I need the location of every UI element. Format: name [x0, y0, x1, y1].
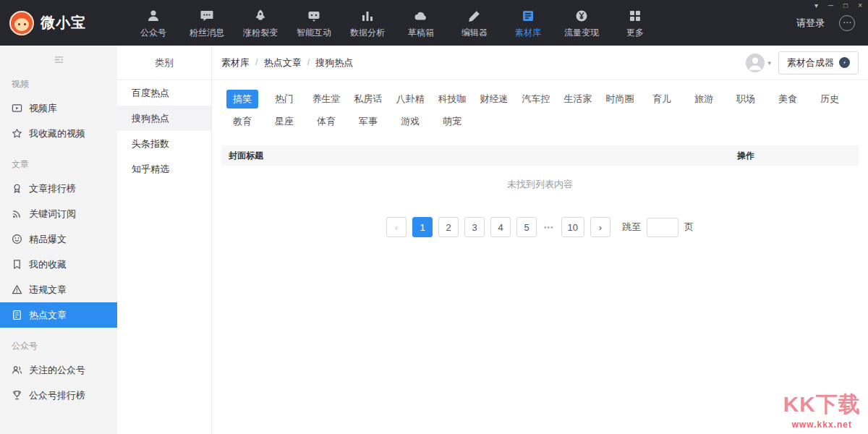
sidebar-item-followed-accounts[interactable]: 关注的公众号	[0, 357, 117, 383]
tag-label: 美食	[773, 90, 802, 109]
bookmark-icon	[12, 259, 22, 270]
tag-filter[interactable]: 科技咖	[431, 90, 473, 109]
tag-label: 八卦精	[391, 90, 430, 109]
main-content: 素材库 / 热点文章 / 搜狗热点 ▾ 素材合成器 搞笑 热门	[212, 46, 868, 434]
material-composer-button[interactable]: 素材合成器	[778, 51, 859, 75]
pen-icon	[467, 9, 482, 23]
tag-filter[interactable]: 教育	[221, 112, 263, 131]
nav-item-smart-interaction[interactable]: 智能互动	[297, 7, 331, 39]
user-avatar-menu[interactable]: ▾	[746, 54, 771, 72]
nav-item-drafts[interactable]: 草稿箱	[404, 7, 438, 39]
nav-item-data-analytics[interactable]: 数据分析	[350, 7, 385, 39]
tag-filter[interactable]: 萌宠	[431, 112, 473, 131]
tag-filter[interactable]: 八卦精	[389, 90, 431, 109]
chevron-down-icon: ▾	[767, 59, 771, 67]
pagination-page-10[interactable]: 10	[561, 217, 584, 237]
tag-filter[interactable]: 军事	[347, 112, 389, 131]
rss-icon	[12, 208, 22, 219]
tag-filter[interactable]: 生活家	[557, 90, 599, 109]
tag-label: 时尚圈	[601, 90, 639, 109]
window-pin-icon[interactable]: ▾	[814, 1, 818, 9]
tag-filter[interactable]: 育儿	[641, 90, 683, 109]
tag-label: 汽车控	[517, 90, 556, 109]
tag-filter[interactable]: 美食	[767, 90, 809, 109]
tag-label: 生活家	[559, 90, 597, 109]
pagination-jump-label: 跳至	[622, 221, 641, 234]
window-close-button[interactable]: ×	[858, 1, 862, 9]
tag-filter[interactable]: 职场	[725, 90, 767, 109]
pagination-unit-label: 页	[684, 221, 694, 234]
composer-label: 素材合成器	[787, 56, 834, 69]
breadcrumb-item[interactable]: 热点文章	[264, 56, 302, 69]
breadcrumb-item[interactable]: 搜狗热点	[315, 56, 353, 69]
tag-filter[interactable]: 财经迷	[473, 90, 515, 109]
category-item-toutiao-index[interactable]: 头条指数	[117, 131, 211, 156]
sidebar-item-top-articles[interactable]: 精品爆文	[0, 226, 117, 252]
primary-nav: 公众号 粉丝消息 涨粉裂变 智能互动 数据分析 草稿箱	[136, 7, 652, 39]
sidebar-item-video-library[interactable]: 视频库	[0, 95, 117, 121]
table-header-title: 封面标题	[229, 150, 263, 162]
tag-filter[interactable]: 私房话	[347, 90, 389, 109]
category-item-zhihu-picks[interactable]: 知乎精选	[117, 156, 211, 182]
breadcrumb-item[interactable]: 素材库	[221, 56, 250, 69]
tag-filter[interactable]: 星座	[263, 112, 305, 131]
pagination-page-2[interactable]: 2	[438, 217, 459, 237]
left-sidebar: 视频 视频库 我收藏的视频 文章 文章排行榜 关键词订阅 精品爆文 我的收藏	[0, 46, 117, 434]
grid-more-icon	[628, 9, 642, 23]
hot-document-icon	[12, 310, 22, 320]
sidebar-item-account-ranking[interactable]: 公众号排行榜	[0, 383, 117, 408]
sidebar-section-article: 文章	[0, 153, 117, 176]
tag-filter[interactable]: 热门	[263, 90, 305, 109]
smiley-icon	[12, 234, 22, 244]
pagination-page-5[interactable]: 5	[516, 217, 537, 237]
tag-filter[interactable]: 旅游	[683, 90, 725, 109]
trophy-icon	[12, 390, 22, 401]
category-item-baidu-hot[interactable]: 百度热点	[117, 80, 211, 106]
pagination-page-1[interactable]: 1	[412, 217, 433, 237]
nav-item-more[interactable]: 更多	[618, 7, 652, 39]
sidebar-item-label: 精品爆文	[29, 233, 67, 246]
sidebar-item-favorite-videos[interactable]: 我收藏的视频	[0, 121, 117, 146]
pagination-prev-button[interactable]: ‹	[386, 217, 407, 237]
nav-item-monetization[interactable]: 流量变现	[564, 7, 599, 39]
nav-item-official-account[interactable]: 公众号	[136, 7, 171, 39]
tag-filter[interactable]: 体育	[305, 112, 347, 131]
tag-row-1: 搞笑 热门 养生堂 私房话 八卦精 科技咖 财经迷 汽车控 生活家 时尚圈 育儿…	[221, 90, 859, 109]
pagination-page-3[interactable]: 3	[464, 217, 485, 237]
login-button[interactable]: 请登录	[796, 17, 825, 30]
sidebar-item-label: 关注的公众号	[29, 364, 85, 377]
tag-filter[interactable]: 历史	[809, 90, 851, 109]
sidebar-item-article-ranking[interactable]: 文章排行榜	[0, 176, 117, 201]
tag-label: 财经迷	[475, 90, 514, 109]
nav-item-material-library[interactable]: 素材库	[511, 7, 545, 39]
nav-item-fan-growth[interactable]: 涨粉裂变	[243, 7, 278, 39]
robot-chat-icon	[307, 9, 321, 23]
tag-filter[interactable]: 养生堂	[305, 90, 347, 109]
feedback-ellipsis-icon[interactable]: ⋯	[839, 15, 855, 31]
tag-filter[interactable]: 汽车控	[515, 90, 557, 109]
tag-filter[interactable]: 搞笑	[221, 90, 263, 109]
tag-filter[interactable]: 游戏	[389, 112, 431, 131]
pagination-next-button[interactable]: ›	[590, 217, 610, 237]
sidebar-collapse-button[interactable]	[0, 46, 117, 73]
nav-label: 数据分析	[350, 27, 385, 39]
jump-page-input[interactable]	[647, 218, 678, 237]
sidebar-item-label: 文章排行榜	[29, 182, 76, 195]
topbar-right: 请登录 ⋯	[796, 15, 868, 31]
pagination-page-4[interactable]: 4	[490, 217, 511, 237]
sidebar-item-keyword-subscribe[interactable]: 关键词订阅	[0, 201, 117, 226]
category-panel-title: 类别	[117, 46, 211, 80]
people-icon	[12, 365, 22, 375]
window-minimize-button[interactable]: ─	[828, 1, 833, 9]
window-maximize-button[interactable]: □	[843, 1, 848, 9]
nav-item-fans-message[interactable]: 粉丝消息	[190, 7, 224, 39]
sidebar-item-my-favorites[interactable]: 我的收藏	[0, 252, 117, 277]
tag-filter[interactable]: 时尚圈	[599, 90, 641, 109]
nav-label: 编辑器	[461, 27, 488, 39]
sidebar-item-hot-articles[interactable]: 热点文章	[0, 302, 117, 328]
sidebar-item-label: 公众号排行榜	[29, 389, 85, 402]
nav-label: 更多	[626, 27, 644, 39]
category-item-sogou-hot[interactable]: 搜狗热点	[117, 106, 211, 131]
sidebar-item-violation-articles[interactable]: 违规文章	[0, 277, 117, 302]
nav-item-editor[interactable]: 编辑器	[457, 7, 492, 39]
